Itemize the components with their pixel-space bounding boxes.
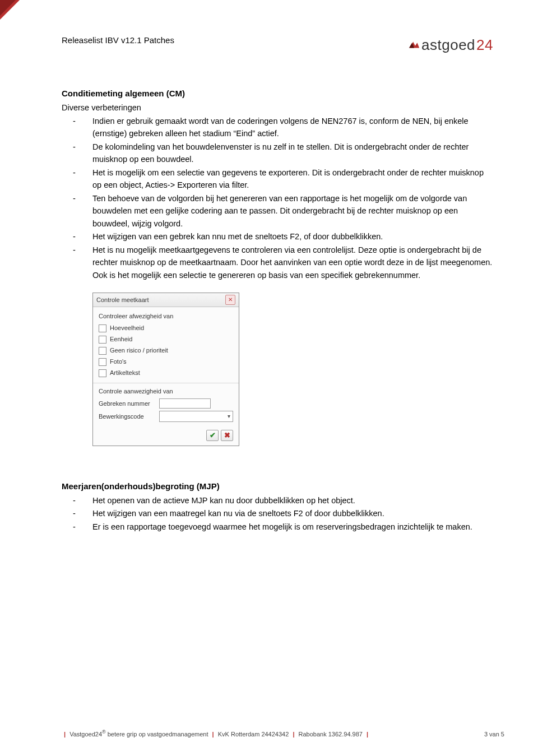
controle-meetkaart-dialog: Controle meetkaart ✕ Controleer afwezigh… xyxy=(92,293,239,446)
corner-accent xyxy=(0,0,20,20)
section-cm-list: Indien er gebruik gemaakt wordt van de c… xyxy=(62,115,493,281)
dialog-ok-button[interactable]: ✔ xyxy=(206,430,219,441)
check-icon: ✔ xyxy=(210,430,216,441)
list-item: Het is nu mogelijk meetkaartgegevens te … xyxy=(62,244,493,281)
dialog-title: Controle meetkaart xyxy=(96,295,149,305)
checkbox-artikeltekst[interactable] xyxy=(99,369,106,377)
footer-bank: Rabobank 1362.94.987 xyxy=(299,731,363,738)
list-item: Ten behoeve van de volgorden bij het gen… xyxy=(62,192,493,230)
cancel-icon: ✖ xyxy=(224,430,230,441)
footer-tagline: betere grip op vastgoedmanagement xyxy=(108,731,208,738)
list-item: Er is een rapportage toegevoegd waarmee … xyxy=(62,521,493,533)
brand-logo: astgoed 24 xyxy=(408,34,493,56)
close-icon: ✕ xyxy=(228,295,233,304)
page-number: 3 van 5 xyxy=(484,730,504,739)
field-gebreken-label: Gebreken nummer xyxy=(99,399,155,409)
page-footer: | Vastgoed24® betere grip op vastgoedman… xyxy=(62,729,504,739)
dialog-cancel-button[interactable]: ✖ xyxy=(221,430,233,441)
checkbox-label: Artikeltekst xyxy=(110,368,140,378)
footer-brand: Vastgoed24® xyxy=(69,731,106,738)
checkbox-label: Hoeveelheid xyxy=(110,323,144,333)
footer-kvk: KvK Rotterdam 24424342 xyxy=(218,731,289,738)
checkbox-risico[interactable] xyxy=(99,347,106,355)
checkbox-label: Foto's xyxy=(110,357,127,367)
list-item: Indien er gebruik gemaakt wordt van de c… xyxy=(62,115,493,140)
brand-text-b: 24 xyxy=(476,34,493,56)
list-item: Het is mogelijk om een selectie van gege… xyxy=(62,166,493,192)
list-item: Het wijzigen van een gebrek kan nnu met … xyxy=(62,230,493,243)
field-bewerking-label: Bewerkingscode xyxy=(99,412,155,421)
section-mjp-list: Het openen van de actieve MJP kan nu doo… xyxy=(62,494,493,533)
checkbox-label: Eenheid xyxy=(110,335,132,344)
dialog-close-button[interactable]: ✕ xyxy=(225,295,235,305)
gebreken-nummer-input[interactable] xyxy=(159,398,211,409)
bewerkingscode-select[interactable] xyxy=(159,411,233,422)
list-item: De kolomindeling van het bouwdelenvenste… xyxy=(62,141,493,166)
group-afwezigheid-label: Controleer afwezigheid van xyxy=(99,312,233,321)
doc-header-title: Releaselist IBV v12.1 Patches xyxy=(62,34,174,47)
section-cm-subheading: Diverse verbeteringen xyxy=(62,101,493,114)
list-item: Het wijzigen van een maatregel kan nu vi… xyxy=(62,507,493,520)
section-cm-heading: Conditiemeting algemeen (CM) xyxy=(62,87,493,100)
svg-marker-1 xyxy=(0,0,16,16)
checkbox-fotos[interactable] xyxy=(99,358,106,366)
list-item: Het openen van de actieve MJP kan nu doo… xyxy=(62,494,493,507)
section-mjp-heading: Meerjaren(onderhouds)begroting (MJP) xyxy=(62,480,493,493)
group-aanwezigheid-label: Controle aanwezigheid van xyxy=(99,387,233,396)
brand-text-a: astgoed xyxy=(421,34,475,56)
checkbox-eenheid[interactable] xyxy=(99,336,106,344)
footer-left: | Vastgoed24® betere grip op vastgoedman… xyxy=(62,729,370,739)
checkbox-hoeveelheid[interactable] xyxy=(99,324,106,332)
brand-mark-icon xyxy=(408,39,420,51)
checkbox-label: Geen risico / prioriteit xyxy=(110,346,168,355)
